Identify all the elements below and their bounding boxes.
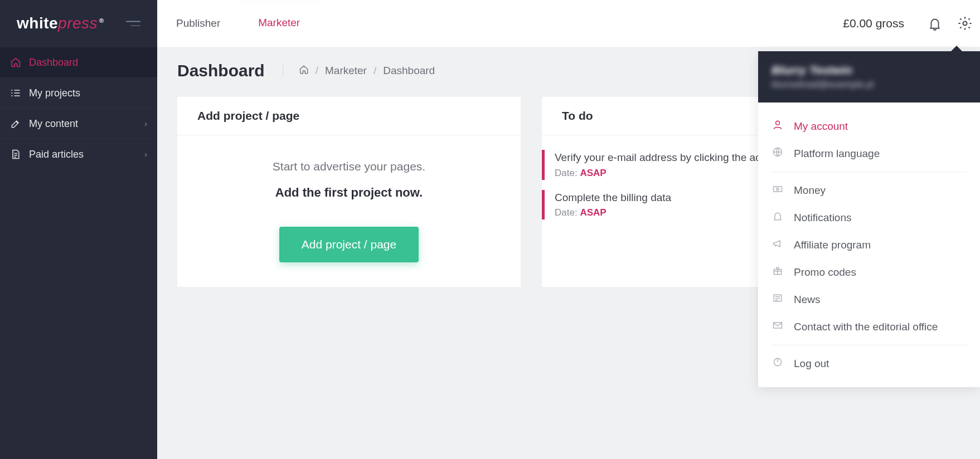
sidebar-item-paidarticles[interactable]: Paid articles › <box>0 139 157 169</box>
sidebar-item-myprojects[interactable]: My projects <box>0 77 157 108</box>
breadcrumb-marketer[interactable]: Marketer <box>325 65 367 77</box>
gear-icon <box>957 16 973 31</box>
sidebar-item-label: Dashboard <box>29 57 78 69</box>
settings-item-promocodes[interactable]: Promo codes <box>772 258 967 286</box>
add-project-card: Add project / page Start to advertise yo… <box>177 97 521 287</box>
settings-item-logout[interactable]: Log out <box>772 350 967 377</box>
topbar: Publisher Marketer £0.00 gross <box>157 0 980 47</box>
settings-item-contact[interactable]: Contact with the editorial office <box>772 313 967 340</box>
sidebar-item-label: Paid articles <box>29 149 84 160</box>
home-icon[interactable] <box>299 65 309 77</box>
notifications-button[interactable] <box>920 0 950 47</box>
sidebar: whitepress® Dashboard My projects My con… <box>0 0 157 459</box>
mail-icon <box>772 320 784 334</box>
svg-point-13 <box>777 188 779 190</box>
tab-marketer[interactable]: Marketer <box>239 0 319 47</box>
chevron-right-icon: › <box>144 119 147 128</box>
svg-point-9 <box>963 22 967 26</box>
settings-item-money[interactable]: Money <box>772 177 967 204</box>
tab-publisher[interactable]: Publisher <box>157 0 239 47</box>
bell-icon <box>772 211 784 224</box>
gift-icon <box>772 265 784 279</box>
logo: whitepress® <box>17 14 104 32</box>
bell-icon <box>928 16 942 31</box>
breadcrumb: / Marketer / Dashboard <box>283 65 435 77</box>
balance-display[interactable]: £0.00 gross <box>843 0 904 47</box>
logo-part1: white <box>17 14 58 32</box>
home-icon <box>9 57 22 68</box>
svg-point-0 <box>11 90 12 91</box>
user-email: blurredmail@example.pl <box>772 79 967 90</box>
user-icon <box>772 119 784 133</box>
settings-menu-header: Blurry Testwin blurredmail@example.pl <box>758 51 980 102</box>
sidebar-item-label: My content <box>29 118 78 130</box>
settings-item-notifications[interactable]: Notifications <box>772 204 967 231</box>
settings-item-news[interactable]: News <box>772 286 967 313</box>
menu-toggle-icon[interactable] <box>126 21 140 26</box>
add-project-button[interactable]: Add project / page <box>279 227 419 262</box>
document-icon <box>9 149 22 160</box>
sidebar-item-mycontent[interactable]: My content › <box>0 108 157 139</box>
news-icon <box>772 292 784 306</box>
edit-icon <box>9 118 22 129</box>
power-icon <box>772 357 784 370</box>
settings-button[interactable] <box>950 0 980 47</box>
logo-sup: ® <box>99 17 104 24</box>
settings-menu: Blurry Testwin blurredmail@example.pl My… <box>758 51 980 387</box>
megaphone-icon <box>772 238 784 252</box>
logo-part2: press <box>58 14 98 32</box>
page-title: Dashboard <box>177 61 265 80</box>
money-icon <box>772 183 784 197</box>
card-heading: Add project / page <box>177 97 521 135</box>
sidebar-item-label: My projects <box>29 87 80 99</box>
settings-item-affiliate[interactable]: Affiliate program <box>772 231 967 258</box>
breadcrumb-current: Dashboard <box>383 65 435 77</box>
svg-point-1 <box>11 92 12 94</box>
svg-rect-12 <box>774 187 782 192</box>
add-project-subtitle: Start to advertise your pages. <box>197 160 501 173</box>
logo-area: whitepress® <box>0 0 157 47</box>
list-icon <box>9 87 22 99</box>
settings-item-myaccount[interactable]: My account <box>772 113 967 140</box>
add-project-text: Add the first project now. <box>197 185 501 200</box>
sidebar-item-dashboard[interactable]: Dashboard <box>0 47 157 77</box>
user-name: Blurry Testwin <box>772 64 967 77</box>
globe-icon <box>772 147 784 160</box>
chevron-right-icon: › <box>144 150 147 159</box>
svg-point-10 <box>776 121 780 125</box>
settings-item-language[interactable]: Platform language <box>772 140 967 167</box>
svg-point-2 <box>11 95 12 96</box>
